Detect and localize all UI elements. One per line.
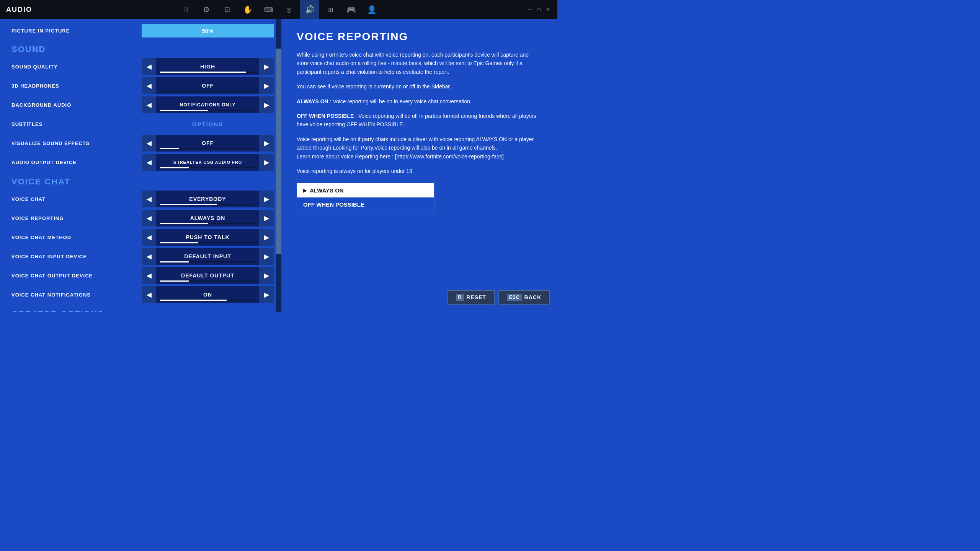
voice-chat-input-label: VOICE CHAT INPUT DEVICE xyxy=(11,254,142,259)
back-button[interactable]: Esc BACK xyxy=(498,290,550,305)
audio-output-row: AUDIO OUTPUT DEVICE ◀ S (REALTEK USB AUD… xyxy=(11,154,274,171)
voice-chat-notif-label: VOICE CHAT NOTIFICATIONS xyxy=(11,292,142,298)
bottom-buttons: R RESET Esc BACK xyxy=(448,290,550,305)
3d-headphones-next[interactable]: ▶ xyxy=(259,77,274,94)
voice-chat-method-value: PUSH TO TALK xyxy=(156,229,259,246)
always-on-option[interactable]: ▶ ALWAYS ON xyxy=(297,183,434,197)
voice-chat-notif-control: ◀ ON ▶ xyxy=(142,286,274,303)
accessibility-icon[interactable]: ⊡ xyxy=(217,0,237,19)
reset-key: R xyxy=(456,294,464,301)
info-para-2: You can see if voice reporting is curren… xyxy=(297,82,542,91)
pip-row: PICTURE IN PICTURE 50% xyxy=(11,23,274,38)
voice-chat-input-prev[interactable]: ◀ xyxy=(142,248,156,265)
voice-reporting-prev[interactable]: ◀ xyxy=(142,210,156,227)
info-title: VOICE REPORTING xyxy=(297,31,542,43)
info-para-5: Voice reporting will be on if party chat… xyxy=(297,135,542,161)
background-audio-row: BACKGROUND AUDIO ◀ NOTIFICATIONS ONLY ▶ xyxy=(11,96,274,113)
gear-icon[interactable]: ⚙ xyxy=(197,0,216,19)
voice-reporting-value: ALWAYS ON xyxy=(156,210,259,227)
info-body: While using Fortnite's voice chat with v… xyxy=(297,51,542,175)
back-label: BACK xyxy=(524,294,541,300)
background-audio-control: ◀ NOTIFICATIONS ONLY ▶ xyxy=(142,96,274,113)
voice-chat-notif-next[interactable]: ▶ xyxy=(259,286,274,303)
voice-chat-output-next[interactable]: ▶ xyxy=(259,267,274,284)
3d-headphones-label: 3D HEADPHONES xyxy=(11,83,142,89)
audio-output-prev[interactable]: ◀ xyxy=(142,154,156,171)
window-controls: — □ ✕ xyxy=(527,7,551,13)
scrollbar-thumb[interactable] xyxy=(276,49,281,254)
minimize-button[interactable]: — xyxy=(527,7,533,13)
hand-icon[interactable]: ✋ xyxy=(238,0,257,19)
controller-left-icon[interactable]: ◎ xyxy=(279,0,299,19)
info-para-4: OFF WHEN POSSIBLE : Voice reporting will… xyxy=(297,112,542,129)
voice-chat-method-prev[interactable]: ◀ xyxy=(142,229,156,246)
voice-chat-label: VOICE CHAT xyxy=(11,196,142,202)
voice-chat-next[interactable]: ▶ xyxy=(259,191,274,207)
gamepad-icon[interactable]: 🎮 xyxy=(341,0,361,19)
info-para-3: ALWAYS ON : Voice reporting will be on i… xyxy=(297,97,542,106)
pip-label: PICTURE IN PICTURE xyxy=(11,28,142,34)
3d-headphones-prev[interactable]: ◀ xyxy=(142,77,156,94)
sound-quality-prev[interactable]: ◀ xyxy=(142,58,156,75)
maximize-button[interactable]: □ xyxy=(536,7,542,13)
sound-quality-control: ◀ HIGH ▶ xyxy=(142,58,274,75)
monitor-icon[interactable]: 🖥 xyxy=(176,0,195,19)
reset-label: RESET xyxy=(466,294,486,300)
audio-output-label: AUDIO OUTPUT DEVICE xyxy=(11,160,142,165)
voice-chat-output-label: VOICE CHAT OUTPUT DEVICE xyxy=(11,273,142,279)
split-icon[interactable]: ⊞ xyxy=(321,0,340,19)
voice-chat-value: EVERYBODY xyxy=(156,191,259,207)
keyboard-icon[interactable]: ⌨ xyxy=(259,0,278,19)
audio-output-next[interactable]: ▶ xyxy=(259,154,274,171)
sound-quality-next[interactable]: ▶ xyxy=(259,58,274,75)
voice-chat-notif-prev[interactable]: ◀ xyxy=(142,286,156,303)
voice-reporting-control: ◀ ALWAYS ON ▶ xyxy=(142,210,274,227)
voice-reporting-label: VOICE REPORTING xyxy=(11,215,142,221)
audio-icon[interactable]: 🔊 xyxy=(300,0,319,19)
subtitles-control: OPTIONS xyxy=(142,116,274,132)
visualize-sound-label: VISUALIZE SOUND EFFECTS xyxy=(11,140,142,146)
3d-headphones-control: ◀ OFF ▶ xyxy=(142,77,274,94)
off-when-possible-option[interactable]: OFF WHEN POSSIBLE xyxy=(297,197,434,212)
background-audio-prev[interactable]: ◀ xyxy=(142,96,156,113)
background-audio-label: BACKGROUND AUDIO xyxy=(11,102,142,108)
pip-value: 50% xyxy=(142,24,274,37)
voice-chat-notif-row: VOICE CHAT NOTIFICATIONS ◀ ON ▶ xyxy=(11,286,274,303)
voice-chat-input-next[interactable]: ▶ xyxy=(259,248,274,265)
subtitles-options-link[interactable]: OPTIONS xyxy=(192,121,224,127)
nav-icons: 🖥 ⚙ ⊡ ✋ ⌨ ◎ 🔊 ⊞ 🎮 👤 xyxy=(176,0,381,19)
voice-chat-input-control: ◀ DEFAULT INPUT ▶ xyxy=(142,248,274,265)
3d-headphones-row: 3D HEADPHONES ◀ OFF ▶ xyxy=(11,77,274,94)
visualize-sound-next[interactable]: ▶ xyxy=(259,135,274,152)
voice-chat-output-prev[interactable]: ◀ xyxy=(142,267,156,284)
scrollbar[interactable] xyxy=(276,19,281,312)
app-title: AUDIO xyxy=(6,6,32,14)
visualize-sound-value: OFF xyxy=(156,135,259,152)
reset-button[interactable]: R RESET xyxy=(448,290,495,305)
account-icon[interactable]: 👤 xyxy=(362,0,381,19)
voice-chat-control: ◀ EVERYBODY ▶ xyxy=(142,191,274,207)
sound-header: SOUND xyxy=(11,44,274,54)
close-button[interactable]: ✕ xyxy=(545,7,551,13)
pip-percent: 50% xyxy=(202,28,213,34)
sound-quality-label: SOUND QUALITY xyxy=(11,64,142,70)
main-container: PICTURE IN PICTURE 50% SOUND SOUND QUALI… xyxy=(0,19,557,312)
voice-chat-prev[interactable]: ◀ xyxy=(142,191,156,207)
voice-chat-method-next[interactable]: ▶ xyxy=(259,229,274,246)
3d-headphones-value: OFF xyxy=(156,77,259,94)
voice-chat-input-value: DEFAULT INPUT xyxy=(156,248,259,265)
voice-reporting-next[interactable]: ▶ xyxy=(259,210,274,227)
voice-chat-input-row: VOICE CHAT INPUT DEVICE ◀ DEFAULT INPUT … xyxy=(11,248,274,265)
voice-chat-output-control: ◀ DEFAULT OUTPUT ▶ xyxy=(142,267,274,284)
voice-chat-method-row: VOICE CHAT METHOD ◀ PUSH TO TALK ▶ xyxy=(11,229,274,246)
sound-quality-row: SOUND QUALITY ◀ HIGH ▶ xyxy=(11,58,274,75)
visualize-sound-row: VISUALIZE SOUND EFFECTS ◀ OFF ▶ xyxy=(11,135,274,152)
voice-chat-notif-value: ON xyxy=(156,286,259,303)
background-audio-next[interactable]: ▶ xyxy=(259,96,274,113)
subtitles-label: SUBTITLES xyxy=(11,121,142,127)
sound-quality-value: HIGH xyxy=(156,58,259,75)
info-para-6: Voice reporting is always on for players… xyxy=(297,167,542,175)
visualize-sound-prev[interactable]: ◀ xyxy=(142,135,156,152)
voice-chat-header: VOICE CHAT xyxy=(11,177,274,187)
audio-output-value: S (REALTEK USB AUDIO FRO xyxy=(156,154,259,171)
